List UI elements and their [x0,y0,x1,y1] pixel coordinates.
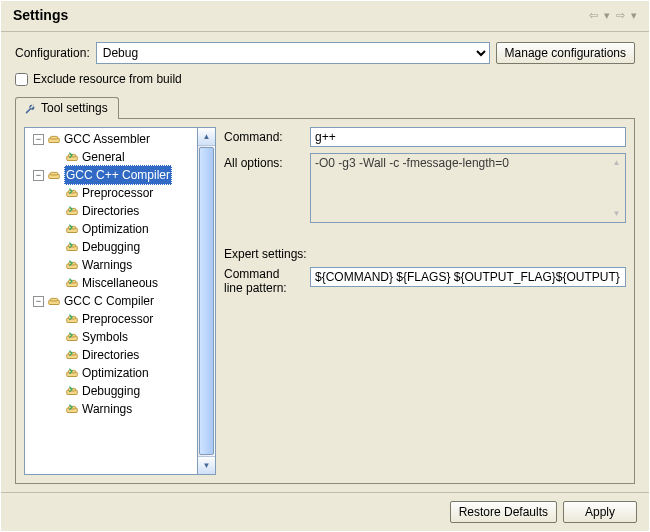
collapse-icon[interactable]: − [33,170,44,181]
category-icon [65,276,82,290]
tree-item[interactable]: Preprocessor [25,310,197,328]
page-title: Settings [13,7,589,23]
tree-item[interactable]: Optimization [25,364,197,382]
tree-item-label: Miscellaneous [82,274,158,292]
apply-button[interactable]: Apply [563,501,637,523]
tree-item[interactable]: Directories [25,202,197,220]
tree-item-label: GCC C Compiler [64,292,154,310]
category-icon [65,312,82,326]
tool-icon [47,132,64,146]
scroll-up-icon[interactable]: ▲ [198,128,215,146]
tree-item[interactable]: Debugging [25,238,197,256]
tree-item[interactable]: Directories [25,346,197,364]
tree-item[interactable]: Miscellaneous [25,274,197,292]
pattern-row: Command line pattern: [224,267,626,295]
all-options-box: -O0 -g3 -Wall -c -fmessage-length=0 ▲ ▼ [310,153,626,223]
tree-item-label: Preprocessor [82,184,153,202]
tree-item[interactable]: Symbols [25,328,197,346]
configuration-label: Configuration: [15,46,90,60]
back-icon[interactable]: ⇦ [589,9,598,22]
tree-column: −GCC AssemblerGeneral−GCC C++ CompilerPr… [24,127,216,475]
pattern-label: Command line pattern: [224,267,304,295]
category-icon [65,402,82,416]
collapse-icon[interactable]: − [33,296,44,307]
tool-icon [47,168,64,182]
all-options-label: All options: [224,153,304,170]
footer: Restore Defaults Apply [1,492,649,531]
collapse-icon[interactable]: − [33,134,44,145]
tree-item[interactable]: Warnings [25,400,197,418]
tree-item[interactable]: −GCC Assembler [25,130,197,148]
all-options-row: All options: -O0 -g3 -Wall -c -fmessage-… [224,153,626,223]
tree-item-label: Debugging [82,382,140,400]
tree-item[interactable]: Warnings [25,256,197,274]
tree-item[interactable]: General [25,148,197,166]
command-row: Command: [224,127,626,147]
category-icon [65,366,82,380]
tree-scrollbar[interactable]: ▲ ▼ [198,127,216,475]
tree-item-label: Warnings [82,400,132,418]
category-icon [65,384,82,398]
tab-bar: Tool settings [15,96,635,118]
tree-item[interactable]: −GCC C++ Compiler [25,166,197,184]
tree-item[interactable]: Preprocessor [25,184,197,202]
category-icon [65,348,82,362]
tree-item-label: Warnings [82,256,132,274]
tool-settings-panel: −GCC AssemblerGeneral−GCC C++ CompilerPr… [15,118,635,484]
tree-item-label: General [82,148,125,166]
tree-item-label: Directories [82,346,139,364]
tree-item-label: Directories [82,202,139,220]
editor-column: Command: All options: -O0 -g3 -Wall -c -… [224,127,626,475]
scroll-thumb[interactable] [199,147,214,455]
forward-icon[interactable]: ⇨ [616,9,625,22]
exclude-label: Exclude resource from build [33,72,182,86]
tab-tool-settings[interactable]: Tool settings [15,97,119,119]
all-options-scrollbar: ▲ ▼ [608,154,625,222]
tree-item-label: GCC C++ Compiler [64,165,172,185]
category-icon [65,204,82,218]
pattern-input[interactable] [310,267,626,287]
configuration-row: Configuration: Debug Manage configuratio… [15,42,635,64]
tree-item-label: Symbols [82,328,128,346]
command-label: Command: [224,127,304,144]
svg-rect-5 [51,172,58,175]
manage-configurations-button[interactable]: Manage configurations [496,42,635,64]
tab-label: Tool settings [41,101,108,115]
content: Configuration: Debug Manage configuratio… [1,32,649,492]
tree-item-label: Optimization [82,364,149,382]
restore-defaults-button[interactable]: Restore Defaults [450,501,557,523]
wrench-icon [22,101,36,115]
scroll-down-icon[interactable]: ▼ [198,456,215,474]
category-icon [65,150,82,164]
tree-item-label: Optimization [82,220,149,238]
all-options-value: -O0 -g3 -Wall -c -fmessage-length=0 [315,156,509,170]
svg-rect-1 [51,136,58,139]
titlebar: Settings ⇦▾ ⇨▾ [1,1,649,29]
nav-arrows: ⇦▾ ⇨▾ [589,9,637,22]
category-icon [65,186,82,200]
exclude-row: Exclude resource from build [15,72,635,86]
tree-item-label: Preprocessor [82,310,153,328]
tree-item-label: GCC Assembler [64,130,150,148]
exclude-checkbox[interactable] [15,73,28,86]
expert-settings-label: Expert settings: [224,247,626,261]
tree-item[interactable]: Optimization [25,220,197,238]
category-icon [65,258,82,272]
svg-rect-19 [51,298,58,301]
scroll-down-icon: ▼ [608,205,625,222]
command-input[interactable] [310,127,626,147]
category-icon [65,222,82,236]
tool-icon [47,294,64,308]
configuration-select[interactable]: Debug [96,42,490,64]
category-icon [65,240,82,254]
tree-item-label: Debugging [82,238,140,256]
settings-window: Settings ⇦▾ ⇨▾ Configuration: Debug Mana… [0,0,650,532]
tree-item[interactable]: Debugging [25,382,197,400]
scroll-up-icon: ▲ [608,154,625,171]
tree-item[interactable]: −GCC C Compiler [25,292,197,310]
tool-tree[interactable]: −GCC AssemblerGeneral−GCC C++ CompilerPr… [24,127,198,475]
category-icon [65,330,82,344]
